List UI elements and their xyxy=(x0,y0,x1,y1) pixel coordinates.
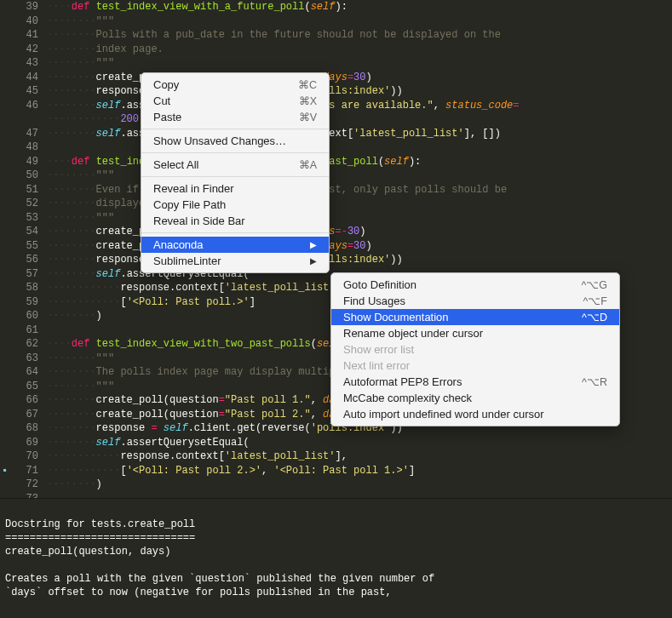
line-number: 40 xyxy=(0,14,47,29)
code-line[interactable]: 54········create_poll(question="Past pol… xyxy=(0,225,672,239)
code-content[interactable]: ········self.assertQuerysetEqual( xyxy=(47,436,672,450)
code-line[interactable]: 73 xyxy=(0,492,672,499)
line-number: 53 xyxy=(0,211,47,226)
code-line[interactable]: 53········""" xyxy=(0,211,672,226)
menu-item-label: Copy xyxy=(153,78,179,91)
code-line[interactable]: 39····def test_index_view_with_a_future_… xyxy=(0,0,672,14)
code-content[interactable]: ············['<Poll: Past poll 2.>', '<P… xyxy=(47,464,672,478)
menu-item: Show error list xyxy=(331,341,619,358)
menu-item-label: Cut xyxy=(153,94,170,107)
line-number: 60 xyxy=(0,309,47,323)
line-number: ▪71 xyxy=(0,464,47,478)
code-line[interactable]: 52········displayed. xyxy=(0,197,672,211)
menu-separator xyxy=(141,232,329,233)
line-number: 39 xyxy=(0,0,47,14)
code-content[interactable]: ········""" xyxy=(47,14,672,29)
menu-item-label: Copy File Path xyxy=(153,198,226,211)
code-content[interactable]: ········) xyxy=(47,478,672,492)
menu-item[interactable]: Auto import undefined word under cursor xyxy=(331,406,619,422)
docstring-output-panel: Docstring for tests.create_poll ========… xyxy=(0,498,672,618)
menu-separator xyxy=(141,176,329,177)
menu-item[interactable]: Copy File Path xyxy=(141,197,329,213)
code-line[interactable]: 42········index page. xyxy=(0,43,672,57)
code-content[interactable]: ············response.context['latest_pol… xyxy=(47,449,672,464)
output-line: `days` offset to now (negative for polls… xyxy=(5,587,392,598)
line-number: 62 xyxy=(0,337,47,352)
menu-item-shortcut: ⌘X xyxy=(299,94,317,107)
code-line[interactable]: 56········response = self.client.get(rev… xyxy=(0,253,672,267)
code-line[interactable]: 43········""" xyxy=(0,56,672,71)
code-line[interactable]: 46········self.assertContains(response, … xyxy=(0,99,672,113)
output-line: create_poll(question, days) xyxy=(5,546,170,558)
code-line[interactable]: 44········create_poll(question="Future p… xyxy=(0,71,672,85)
menu-item-label: Reveal in Side Bar xyxy=(153,215,245,227)
line-number: 63 xyxy=(0,352,47,366)
code-line[interactable]: 51········Even if both past and future p… xyxy=(0,183,672,197)
menu-item[interactable]: Reveal in Side Bar xyxy=(141,213,329,229)
code-line[interactable]: 70············response.context['latest_p… xyxy=(0,449,672,464)
menu-item-label: Show error list xyxy=(343,343,414,356)
code-line[interactable]: ············200) xyxy=(0,112,672,127)
submenu-arrow-icon: ▶ xyxy=(310,240,317,249)
line-number: 59 xyxy=(0,295,47,310)
code-line[interactable]: 45········response = self.client.get(rev… xyxy=(0,84,672,99)
menu-item-label: Find Usages xyxy=(343,295,405,307)
line-number: 45 xyxy=(0,84,47,99)
menu-item[interactable]: SublimeLinter▶ xyxy=(141,253,329,269)
code-line[interactable]: 40········""" xyxy=(0,14,672,29)
menu-item[interactable]: Select All⌘A xyxy=(141,157,329,173)
menu-item[interactable]: Anaconda▶ xyxy=(141,237,329,253)
menu-item-label: McCabe complexity check xyxy=(343,392,472,404)
menu-item[interactable]: Show Unsaved Changes… xyxy=(141,133,329,149)
line-number: 44 xyxy=(0,71,47,85)
menu-separator xyxy=(141,152,329,153)
anaconda-submenu[interactable]: Goto Definition^⌥GFind Usages^⌥FShow Doc… xyxy=(330,272,620,426)
code-content[interactable]: ········""" xyxy=(47,56,672,71)
code-line[interactable]: 72········) xyxy=(0,478,672,492)
line-number: 69 xyxy=(0,436,47,450)
line-number: 65 xyxy=(0,380,47,394)
menu-item-label: Goto Definition xyxy=(343,278,416,291)
code-content[interactable]: ····def test_index_view_with_a_future_po… xyxy=(47,0,672,14)
menu-item[interactable]: Find Usages^⌥F xyxy=(331,293,619,309)
menu-item[interactable]: Show Documentation^⌥D xyxy=(331,309,619,325)
code-content[interactable]: ········Polls with a pub_date in the fut… xyxy=(47,28,672,43)
line-number: 61 xyxy=(0,323,47,338)
line-number: 64 xyxy=(0,365,47,380)
line-number: 51 xyxy=(0,183,47,197)
code-line[interactable]: 41········Polls with a pub_date in the f… xyxy=(0,28,672,43)
menu-item[interactable]: Autoformat PEP8 Errors^⌥R xyxy=(331,374,619,390)
code-content[interactable]: ········index page. xyxy=(47,43,672,57)
menu-item-label: Next lint error xyxy=(343,359,410,372)
code-line[interactable]: 49····def test_index_view_with_future_po… xyxy=(0,155,672,169)
line-number: 47 xyxy=(0,127,47,141)
menu-separator xyxy=(141,129,329,129)
menu-item-label: Rename object under cursor xyxy=(343,327,483,340)
code-line[interactable]: 55········create_poll(question="Future p… xyxy=(0,239,672,254)
menu-item[interactable]: Rename object under cursor xyxy=(331,325,619,341)
line-number: 68 xyxy=(0,421,47,436)
menu-item[interactable]: Cut⌘X xyxy=(141,93,329,109)
line-number: 70 xyxy=(0,449,47,464)
menu-item-shortcut: ⌘V xyxy=(299,111,317,123)
menu-item[interactable]: McCabe complexity check xyxy=(331,390,619,406)
code-line[interactable]: 50········""" xyxy=(0,169,672,183)
line-number: 43 xyxy=(0,56,47,71)
output-line: =============================== xyxy=(5,532,195,544)
code-content[interactable] xyxy=(47,492,672,499)
line-number: 56 xyxy=(0,253,47,267)
menu-item-shortcut: ⌘C xyxy=(298,78,317,91)
code-line[interactable]: 69········self.assertQuerysetEqual( xyxy=(0,436,672,450)
line-number: 73 xyxy=(0,492,47,499)
menu-item-shortcut: ⌘A xyxy=(299,158,317,171)
line-number: 42 xyxy=(0,43,47,57)
menu-item[interactable]: Goto Definition^⌥G xyxy=(331,277,619,293)
context-menu[interactable]: Copy⌘CCut⌘XPaste⌘VShow Unsaved Changes…S… xyxy=(141,72,330,273)
code-line[interactable]: 48 xyxy=(0,140,672,155)
menu-item[interactable]: Reveal in Finder xyxy=(141,180,329,197)
menu-item[interactable]: Paste⌘V xyxy=(141,109,329,125)
menu-item[interactable]: Copy⌘C xyxy=(141,77,329,93)
code-line[interactable]: ▪71············['<Poll: Past poll 2.>', … xyxy=(0,464,672,478)
menu-item-label: Paste xyxy=(153,111,181,123)
code-line[interactable]: 47········self.assertQuerysetEqual(respo… xyxy=(0,127,672,141)
